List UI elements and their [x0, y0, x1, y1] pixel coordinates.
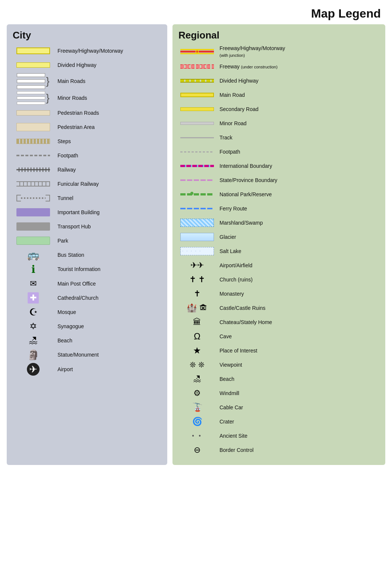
tourist-info-symbol: ℹ: [13, 263, 54, 275]
list-item: Steps: [13, 135, 161, 147]
reg-fw-construction-label: Freeway (under construction): [220, 63, 277, 70]
minor-roads-label: Minor Roads: [57, 95, 87, 101]
main-roads-symbol: }: [13, 73, 54, 89]
regional-heading: Regional: [178, 30, 379, 41]
reg-ferry-symbol: [178, 208, 216, 209]
reg-beach-label: Beach: [220, 376, 234, 382]
reg-salt-lake-symbol: [178, 247, 216, 255]
pedestrian-area-label: Pedestrian Area: [57, 124, 95, 130]
list-item: Divided Highway: [178, 75, 379, 87]
reg-cave-symbol: Ω: [178, 331, 216, 342]
main-roads-label: Main Roads: [57, 78, 85, 84]
pedestrian-roads-label: Pedestrian Roads: [57, 110, 99, 116]
list-item: ❊ ❊ Viewpoint: [178, 359, 379, 371]
beach-symbol: 🏖: [13, 335, 54, 346]
pedestrian-roads-symbol: [13, 110, 54, 115]
statue-symbol: 🗿: [13, 349, 54, 361]
reg-minor-symbol: [178, 122, 216, 125]
mosque-label: Mosque: [57, 309, 76, 315]
reg-intl-boundary-symbol: [178, 165, 216, 167]
reg-main-symbol: [178, 93, 216, 97]
list-item: Important Building: [13, 206, 161, 218]
list-item: Freeway/Highway/Motorway: [13, 45, 161, 57]
list-item: ✈✈ Airport/Airfield: [178, 259, 379, 271]
list-item: Transport Hub: [13, 221, 161, 232]
regional-section: Regional Freeway/Highway/Motorway (with …: [172, 24, 385, 465]
list-item: Pedestrian Roads: [13, 107, 161, 119]
steps-symbol: [13, 139, 54, 144]
post-office-symbol: ✉: [13, 279, 54, 289]
reg-airport-symbol: ✈✈: [178, 261, 216, 270]
synagogue-label: Synagogue: [57, 323, 84, 330]
important-building-symbol: [13, 208, 54, 216]
reg-windmill-label: Windmill: [220, 390, 239, 397]
list-item: 🗿 Statue/Monument: [13, 349, 161, 361]
list-item: Park: [13, 235, 161, 247]
reg-state-boundary-label: State/Province Boundary: [220, 177, 277, 184]
reg-marshland-symbol: [178, 219, 216, 227]
list-item: Glacier: [178, 231, 379, 243]
beach-label: Beach: [57, 337, 72, 344]
reg-freeway-label: Freeway/Highway/Motorway (with junction): [220, 45, 285, 58]
list-item: Railway: [13, 164, 161, 176]
reg-glacier-symbol: [178, 233, 216, 241]
park-label: Park: [57, 237, 68, 244]
list-item: 🏛 Chateau/Stately Home: [178, 316, 379, 328]
list-item: ✚ Cathedral/Church: [13, 292, 161, 304]
list-item: 🏰 🏚 Castle/Castle Ruins: [178, 302, 379, 314]
reg-fw-construction-symbol: [178, 64, 216, 69]
bus-station-label: Bus Station: [57, 252, 84, 258]
list-item: • • Ancient Site: [178, 430, 379, 442]
funicular-symbol: [13, 181, 54, 187]
statue-label: Statue/Monument: [57, 351, 99, 358]
park-symbol: [13, 237, 54, 245]
reg-place-label: Place of Interest: [220, 347, 257, 354]
transport-hub-symbol: [13, 222, 54, 231]
reg-cablecar-symbol: 🚡: [178, 403, 216, 412]
reg-crater-symbol: 🌀: [178, 417, 216, 426]
reg-ancient-symbol: • •: [178, 432, 216, 439]
list-item: National Park/Reserve: [178, 188, 379, 200]
reg-border-label: Border Control: [220, 447, 253, 453]
post-office-label: Main Post Office: [57, 280, 96, 287]
list-item: Pedestrian Area: [13, 121, 161, 133]
reg-monastery-label: Monastery: [220, 290, 244, 297]
list-item: Divided Highway: [13, 59, 161, 71]
list-item: Footpath: [13, 150, 161, 161]
reg-chateau-symbol: 🏛: [178, 317, 216, 327]
reg-church-label: Church (ruins): [220, 276, 253, 283]
railway-label: Railway: [57, 166, 76, 173]
list-item: 🌀 Crater: [178, 416, 379, 428]
page-title: Map Legend: [0, 0, 392, 24]
reg-state-boundary-symbol: [178, 179, 216, 181]
list-item: ☪ Mosque: [13, 306, 161, 318]
reg-windmill-symbol: ⚙: [178, 388, 216, 398]
railway-symbol: [13, 168, 54, 172]
reg-ferry-label: Ferry Route: [220, 205, 247, 212]
reg-freeway-symbol: [178, 49, 216, 55]
list-item: ✝ ✝ Church (ruins): [178, 274, 379, 286]
reg-chateau-label: Chateau/Stately Home: [220, 319, 272, 326]
list-item: ✉ Main Post Office: [13, 278, 161, 290]
list-item: } Minor Roads: [13, 91, 161, 105]
reg-castle-symbol: 🏰 🏚: [178, 303, 216, 313]
reg-crater-label: Crater: [220, 418, 234, 425]
airport-symbol: ✈: [13, 363, 54, 376]
list-item: Tunnel: [13, 192, 161, 204]
list-item: Freeway/Highway/Motorway (with junction): [178, 45, 379, 58]
list-item: ✝ Monastery: [178, 288, 379, 300]
reg-place-symbol: ★: [178, 345, 216, 356]
list-item: 🚡 Cable Car: [178, 401, 379, 413]
list-item: ℹ Tourist Information: [13, 263, 161, 275]
mosque-symbol: ☪: [13, 306, 54, 318]
reg-secondary-label: Secondary Road: [220, 106, 258, 113]
bus-station-symbol: 🚌: [13, 249, 54, 261]
reg-viewpoint-label: Viewpoint: [220, 361, 242, 368]
reg-main-label: Main Road: [220, 92, 245, 98]
reg-border-symbol: ⊖: [178, 445, 216, 455]
minor-roads-symbol: }: [13, 91, 54, 105]
reg-secondary-symbol: [178, 107, 216, 111]
reg-intl-boundary-label: International Boundary: [220, 163, 272, 169]
list-item: Ω Cave: [178, 330, 379, 342]
freeway-label: Freeway/Highway/Motorway: [57, 47, 123, 54]
